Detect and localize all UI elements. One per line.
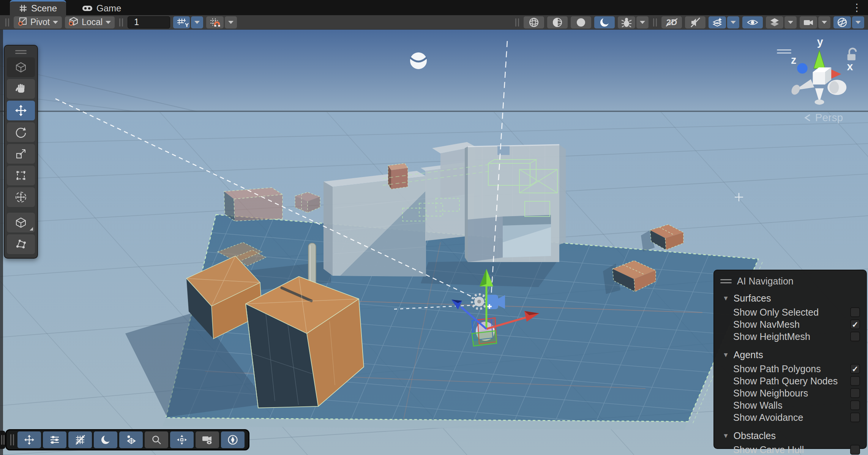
debug-draw-button[interactable]: [618, 16, 635, 28]
toggle-show-path-polygons[interactable]: Show Path Polygons ✓: [714, 363, 866, 375]
grid-snapping-dropdown[interactable]: [225, 16, 237, 28]
shaded-mode-button[interactable]: [571, 16, 591, 28]
tab-game[interactable]: Game: [73, 2, 130, 15]
window-menu-icon[interactable]: ⋮: [852, 2, 862, 14]
toggle-show-avoidance[interactable]: Show Avoidance: [714, 411, 866, 423]
grid-toggle-button[interactable]: [68, 431, 92, 448]
axis-label-x[interactable]: x: [847, 60, 853, 73]
2d-label: 2D: [666, 17, 677, 27]
tab-label: Scene: [31, 3, 57, 14]
snap-increment-input[interactable]: 1: [128, 16, 170, 28]
debug-draw-dropdown[interactable]: [636, 16, 649, 28]
panel-title: AI Navigation: [737, 276, 794, 287]
axis-label-y[interactable]: y: [817, 36, 823, 48]
checkbox[interactable]: [850, 400, 860, 410]
tools-drag-handle[interactable]: [15, 48, 27, 55]
checkbox[interactable]: [850, 376, 860, 386]
wireframe-mode-button[interactable]: [524, 16, 544, 28]
chevron-down-icon: [106, 21, 111, 24]
lighting-toggle-button[interactable]: [594, 16, 615, 28]
grid-visibility-button[interactable]: Y: [173, 16, 190, 28]
toggle-show-path-query-nodes[interactable]: Show Path Query Nodes: [714, 375, 866, 387]
custom-tool-button[interactable]: [7, 213, 35, 232]
more-tools-indicator: [30, 227, 33, 231]
toolbar-section-handle[interactable]: [515, 18, 519, 27]
unlock-icon[interactable]: [847, 49, 856, 60]
grid-visibility-dropdown[interactable]: [191, 16, 203, 28]
tab-label: Game: [96, 3, 121, 14]
light-gizmo-icon[interactable]: [410, 52, 427, 69]
camera-settings-dropdown[interactable]: [818, 16, 830, 28]
checkbox[interactable]: ✓: [850, 364, 860, 374]
rect-tool-button[interactable]: [7, 166, 35, 185]
effects-dropdown[interactable]: [727, 16, 739, 28]
snap-increment-value: 1: [134, 17, 139, 27]
panel-drag-handle[interactable]: [720, 279, 732, 283]
navmesh-tool-button[interactable]: [7, 234, 35, 254]
move-tool-button[interactable]: [7, 101, 35, 120]
local-label: Local: [82, 17, 103, 27]
chevron-down-icon: [194, 21, 200, 24]
building-left: [324, 163, 426, 276]
camera-settings-button[interactable]: [800, 16, 817, 28]
handle-rotation-button[interactable]: Local: [65, 16, 115, 28]
toggle-show-only-selected[interactable]: Show Only Selected: [714, 306, 866, 318]
rotate-tool-button[interactable]: [7, 122, 35, 142]
checkbox[interactable]: ✓: [850, 319, 860, 329]
toggle-show-carve-hull[interactable]: Show Carve Hull: [714, 444, 866, 455]
orientation-overlay-button[interactable]: [221, 431, 245, 448]
layers-dropdown[interactable]: [784, 16, 797, 28]
pivot-overlay-button[interactable]: [170, 431, 194, 448]
foldout-icon: ▼: [723, 432, 729, 440]
grid-snapping-button[interactable]: [206, 16, 224, 28]
toggle-show-neighbours[interactable]: Show Neighbours: [714, 387, 866, 399]
search-overlay-button[interactable]: [145, 431, 168, 448]
gizmos-dropdown[interactable]: [852, 16, 864, 28]
2d-view-toggle[interactable]: 2D: [661, 16, 682, 28]
foldout-icon: ▼: [723, 351, 729, 359]
tab-scene[interactable]: Scene: [10, 0, 66, 15]
chevron-left-icon: [804, 114, 812, 122]
toolbar-drag-handle[interactable]: [5, 18, 9, 27]
bottombar-drag-handle[interactable]: [10, 434, 14, 446]
checkbox[interactable]: [850, 332, 860, 341]
section-surfaces[interactable]: ▼ Surfaces: [714, 290, 866, 306]
transform-tool-button[interactable]: [7, 187, 35, 207]
gizmo-drag-handle[interactable]: [777, 49, 791, 54]
checkbox[interactable]: [850, 307, 860, 317]
move-overlay-button[interactable]: [17, 431, 41, 448]
foldout-icon: ▼: [723, 295, 729, 302]
checkbox[interactable]: [850, 412, 860, 422]
checkbox[interactable]: [850, 388, 860, 398]
shaded-wireframe-mode-button[interactable]: [547, 16, 568, 28]
section-obstacles[interactable]: ▼ Obstacles: [714, 427, 866, 444]
layers-button[interactable]: [766, 16, 783, 28]
section-agents[interactable]: ▼ Agents: [714, 346, 866, 363]
chevron-down-icon: [228, 21, 234, 24]
chevron-down-icon: [788, 21, 793, 24]
camera-overlay-button[interactable]: [196, 431, 219, 448]
docked-overlay-handle[interactable]: [0, 431, 5, 449]
checkbox[interactable]: [850, 445, 860, 455]
lighting-overlay-button[interactable]: [94, 431, 117, 448]
axis-cones[interactable]: [790, 51, 846, 105]
bottom-overlay-toolbar: [5, 429, 249, 450]
scene-visibility-toggle[interactable]: [742, 16, 763, 28]
toggle-show-walls[interactable]: Show Walls: [714, 399, 866, 411]
audio-mute-toggle[interactable]: [685, 16, 705, 28]
view-tool-button[interactable]: [7, 57, 35, 77]
toggle-show-navmesh[interactable]: Show NavMesh ✓: [714, 318, 866, 330]
pivot-mode-button[interactable]: Pivot: [14, 16, 62, 28]
axis-label-z[interactable]: z: [791, 54, 796, 66]
scene-viewport[interactable]: y z x Persp: [0, 30, 868, 455]
effects-toggle[interactable]: [709, 16, 726, 28]
scale-tool-button[interactable]: [7, 144, 35, 164]
hand-tool-button[interactable]: [7, 79, 35, 99]
probes-overlay-button[interactable]: [119, 431, 143, 448]
toggle-show-heightmesh[interactable]: Show HeightMesh: [714, 330, 866, 343]
toolbar-section-handle[interactable]: [653, 18, 657, 27]
projection-label[interactable]: Persp: [804, 112, 843, 124]
gizmos-toggle[interactable]: [833, 16, 851, 28]
toolbar-section-handle[interactable]: [119, 18, 123, 27]
view-options-button[interactable]: [43, 431, 66, 448]
